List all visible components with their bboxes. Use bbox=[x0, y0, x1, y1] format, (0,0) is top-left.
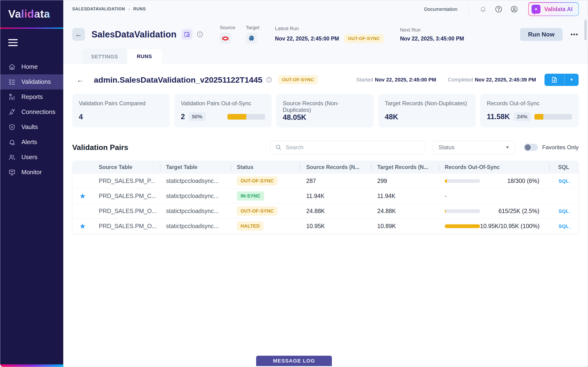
oos-progress-bar bbox=[445, 224, 480, 228]
sidebar-item-label: Validations bbox=[21, 78, 51, 85]
cell-target-records: 10.89K bbox=[371, 223, 439, 230]
breadcrumb-item[interactable]: RUNS bbox=[133, 7, 145, 12]
sidebar-gradient-divider bbox=[0, 27, 63, 29]
logo[interactable]: Validata bbox=[0, 0, 63, 27]
page-header: ← SalesDataValidation Source Target Late… bbox=[63, 18, 588, 49]
report-chart-icon bbox=[8, 93, 16, 101]
sidebar-item-label: Alerts bbox=[21, 138, 37, 146]
notifications-bell-icon[interactable] bbox=[478, 4, 488, 14]
favorites-label: Favorites Only bbox=[542, 144, 579, 151]
oos-progress-bar bbox=[445, 179, 480, 183]
tab-settings[interactable]: SETTINGS bbox=[82, 49, 127, 64]
run-info-icon[interactable] bbox=[266, 77, 272, 83]
chevron-down-icon: ▼ bbox=[505, 145, 509, 150]
table-row[interactable]: PRD_SALES.PM_O... statictpccloadsync... … bbox=[72, 203, 578, 218]
page-title: SalesDataValidation bbox=[91, 29, 177, 40]
cell-target-table: statictpccloadsync... bbox=[160, 192, 231, 199]
sidebar-item-alerts[interactable]: Alerts bbox=[0, 135, 63, 150]
column-header-status[interactable]: Status bbox=[231, 164, 300, 170]
cell-source-table: PRD_SALES.PM_C... bbox=[93, 192, 160, 199]
export-report-icon[interactable] bbox=[545, 74, 564, 86]
sql-download-icon[interactable]: SQL↓ bbox=[559, 208, 569, 214]
next-run-label: Next Run bbox=[400, 27, 464, 33]
target-block: Target bbox=[246, 25, 259, 44]
tab-runs[interactable]: RUNS bbox=[127, 49, 162, 64]
column-header-sql[interactable]: SQL bbox=[549, 164, 578, 170]
status-badge: OUT-OF-SYNC bbox=[237, 176, 278, 185]
column-header-records-out-of-sync[interactable]: Records Out-Of-Sync bbox=[439, 164, 549, 170]
favorites-toggle[interactable] bbox=[524, 144, 538, 151]
stats-row: Validation Pairs Compared 4 Validation P… bbox=[72, 94, 579, 127]
cell-target-table: statictpccloadsync... bbox=[160, 223, 231, 230]
info-icon[interactable] bbox=[197, 31, 203, 38]
scrollbar[interactable] bbox=[584, 20, 587, 40]
run-back-arrow[interactable]: ← bbox=[76, 75, 84, 84]
status-filter-select[interactable]: Status ▼ bbox=[433, 141, 515, 154]
favorites-filter: Favorites Only bbox=[524, 144, 579, 151]
cell-sql: SQL↓ bbox=[549, 223, 578, 229]
breadcrumb: SALESDATAVALIDATION › RUNS bbox=[72, 6, 146, 12]
stat-value: 48.05K bbox=[283, 113, 306, 122]
export-dropdown-caret[interactable]: ▼ bbox=[564, 74, 579, 86]
tab-bar: SETTINGS RUNS bbox=[63, 49, 588, 64]
documentation-link[interactable]: Documentation bbox=[424, 6, 457, 12]
stat-label: Validation Pairs Out-of-Sync bbox=[181, 100, 265, 107]
sidebar-nav: Home Validations Reports Connections bbox=[0, 59, 63, 180]
cell-sql: SQL↓ bbox=[549, 178, 578, 184]
run-status-badge: OUT-OF-SYNC bbox=[278, 75, 318, 84]
sidebar-item-reports[interactable]: Reports bbox=[0, 90, 63, 105]
back-button[interactable]: ← bbox=[72, 28, 85, 41]
sidebar-item-connections[interactable]: Connections bbox=[0, 105, 63, 120]
sql-download-icon[interactable]: SQL↓ bbox=[559, 223, 569, 229]
section-title: Validation Pairs bbox=[72, 143, 128, 152]
more-options-icon[interactable]: ••• bbox=[571, 31, 578, 38]
sidebar-item-users[interactable]: Users bbox=[0, 150, 63, 165]
sql-download-icon[interactable]: SQL↓ bbox=[559, 178, 569, 184]
oos-progress-bar bbox=[445, 209, 480, 213]
help-icon[interactable] bbox=[494, 4, 503, 14]
logo-text: Validata bbox=[8, 8, 50, 20]
sidebar-item-label: Reports bbox=[21, 93, 43, 100]
cell-target-records: 299 bbox=[371, 177, 439, 184]
app-window: Validata Home Validations Reports bbox=[0, 0, 588, 367]
message-log-button[interactable]: MESSAGE LOG bbox=[256, 356, 332, 366]
favorite-star-icon[interactable]: ★ bbox=[72, 222, 93, 230]
validata-ai-button[interactable]: ✦ Validata AI bbox=[528, 2, 579, 16]
cell-status: OUT-OF-SYNC bbox=[231, 176, 300, 185]
hamburger-menu-icon[interactable] bbox=[8, 39, 18, 46]
stat-card-pairs-out-of-sync: Validation Pairs Out-of-Sync 2 50% bbox=[174, 94, 272, 127]
main-panel: SALESDATAVALIDATION › RUNS Documentation bbox=[63, 0, 588, 367]
completed-label: Completed bbox=[448, 77, 473, 83]
sidebar-item-validations[interactable]: Validations bbox=[0, 74, 63, 90]
search-input[interactable] bbox=[286, 144, 420, 151]
column-header-source-table[interactable]: Source Table bbox=[93, 164, 160, 170]
favorite-star-icon[interactable]: ★ bbox=[72, 192, 93, 200]
table-row[interactable]: PRD_SALES.PM_P... statictpccloadsync... … bbox=[72, 173, 578, 188]
home-icon bbox=[8, 63, 16, 71]
schedule-sync-icon[interactable] bbox=[182, 29, 192, 40]
sidebar-item-label: Home bbox=[21, 63, 38, 70]
column-header-target-records[interactable]: Target Records (N... bbox=[371, 164, 439, 170]
run-now-button[interactable]: Run Now bbox=[520, 28, 563, 41]
pairs-toolbar: Validation Pairs Status ▼ Favorites Only bbox=[72, 141, 579, 154]
sidebar-item-monitor[interactable]: Monitor bbox=[0, 165, 63, 180]
completed-value: Nov 22, 2025, 2:45:39 PM bbox=[475, 77, 536, 83]
column-header-source-records[interactable]: Source Records (N... bbox=[300, 164, 371, 170]
account-icon[interactable] bbox=[509, 4, 519, 14]
table-row[interactable]: ★ PRD_SALES.PM_C... statictpccloadsync..… bbox=[72, 188, 578, 203]
breadcrumb-item[interactable]: SALESDATAVALIDATION bbox=[72, 7, 125, 12]
sidebar-item-vaults[interactable]: Vaults bbox=[0, 120, 63, 135]
checklist-icon bbox=[8, 78, 16, 86]
status-badge: OUT-OF-SYNC bbox=[237, 207, 278, 216]
export-split-button[interactable]: ▼ bbox=[545, 74, 579, 86]
stat-value: 11.58K bbox=[487, 113, 510, 121]
table-row[interactable]: ★ PRD_SALES.PM_O... statictpccloadsync..… bbox=[72, 218, 578, 234]
cell-records-out-of-sync: 615/25K (2.5%) bbox=[439, 208, 549, 215]
next-run-value: Nov 22, 2025, 3:45:00 PM bbox=[400, 35, 464, 42]
column-header-target-table[interactable]: Target Table bbox=[160, 164, 231, 170]
cell-source-table: PRD_SALES.PM_O... bbox=[93, 208, 160, 215]
cell-records-out-of-sync: 18/300 (6%) bbox=[439, 177, 549, 184]
sidebar-item-home[interactable]: Home bbox=[0, 59, 63, 74]
search-box[interactable] bbox=[270, 141, 426, 154]
stat-label: Validation Pairs Compared bbox=[79, 100, 163, 107]
